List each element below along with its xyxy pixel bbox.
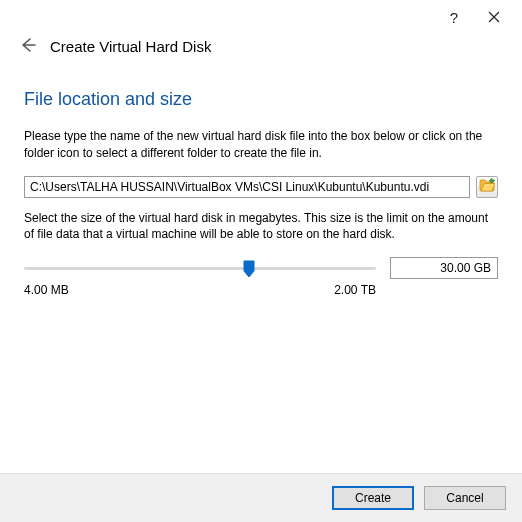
location-description: Please type the name of the new virtual …: [24, 128, 498, 162]
slider-max-label: 2.00 TB: [334, 283, 376, 297]
file-path-input[interactable]: [24, 176, 470, 198]
help-button[interactable]: ?: [434, 3, 474, 31]
size-slider[interactable]: [24, 258, 376, 278]
slider-track: [24, 267, 376, 270]
close-icon: [488, 9, 500, 26]
browse-folder-button[interactable]: [476, 176, 498, 198]
size-value-box[interactable]: 30.00 GB: [390, 257, 498, 279]
close-button[interactable]: [474, 3, 514, 31]
path-row: [24, 176, 498, 198]
footer: Create Cancel: [0, 473, 522, 522]
titlebar: ?: [0, 0, 522, 34]
section-title: File location and size: [24, 89, 498, 110]
cancel-button[interactable]: Cancel: [424, 486, 506, 510]
create-button[interactable]: Create: [332, 486, 414, 510]
page-title: Create Virtual Hard Disk: [50, 38, 211, 55]
help-icon: ?: [450, 9, 458, 26]
wizard-header: Create Virtual Hard Disk: [0, 34, 522, 75]
slider-thumb[interactable]: [243, 260, 255, 278]
slider-min-label: 4.00 MB: [24, 283, 69, 297]
content-area: File location and size Please type the n…: [0, 89, 522, 297]
slider-range-labels: 4.00 MB 2.00 TB: [24, 283, 498, 297]
folder-icon: [479, 178, 495, 195]
size-slider-row: 30.00 GB: [24, 257, 498, 279]
size-description: Select the size of the virtual hard disk…: [24, 210, 498, 244]
back-arrow-icon[interactable]: [18, 36, 36, 57]
